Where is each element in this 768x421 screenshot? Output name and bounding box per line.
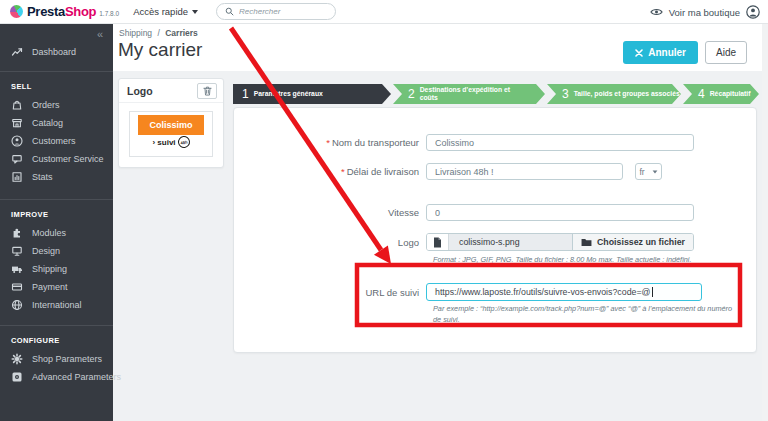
step-number: 4 bbox=[698, 87, 705, 101]
eye-icon bbox=[650, 7, 663, 17]
sidebar-item-stats[interactable]: Stats bbox=[0, 168, 113, 186]
monitor-icon bbox=[11, 245, 23, 257]
transit-time-label: *Délai de livraison bbox=[234, 166, 426, 177]
brand-shop: Shop bbox=[65, 4, 96, 19]
sidebar-item-customers[interactable]: Customers bbox=[0, 132, 113, 150]
puzzle-icon bbox=[11, 227, 23, 239]
sidebar-item-design[interactable]: Design bbox=[0, 242, 113, 260]
sidebar-item-modules[interactable]: Modules bbox=[0, 224, 113, 242]
breadcrumb-parent[interactable]: Shipping bbox=[119, 28, 152, 38]
cancel-button-label: Annuler bbox=[648, 47, 686, 58]
carrier-name-label: *Nom du transporteur bbox=[234, 137, 426, 148]
quick-access-dropdown[interactable]: Accès rapide bbox=[133, 6, 198, 17]
language-selector[interactable]: fr bbox=[635, 163, 662, 180]
sidebar-item-label: Customers bbox=[32, 136, 76, 146]
search-icon bbox=[225, 7, 234, 16]
main-content: Shipping / Carriers My carrier Annuler A… bbox=[113, 24, 768, 421]
content-header: Shipping / Carriers My carrier Annuler A… bbox=[113, 24, 768, 71]
step-label: Récapitulatif bbox=[710, 90, 751, 98]
sidebar-item-label: International bbox=[32, 300, 82, 310]
top-header: PrestaShop 1.7.8.0 Accès rapide Voir ma … bbox=[0, 0, 768, 24]
collapse-chevrons-icon: « bbox=[97, 28, 103, 40]
wizard-step-1[interactable]: 1 Paramètres généraux bbox=[233, 84, 391, 104]
credit-card-icon bbox=[11, 281, 23, 293]
delete-logo-button[interactable] bbox=[197, 83, 217, 99]
transit-time-input[interactable] bbox=[426, 163, 623, 180]
sidebar-item-orders[interactable]: Orders bbox=[0, 96, 113, 114]
breadcrumb-current: Carriers bbox=[165, 28, 198, 38]
sidebar-item-catalog[interactable]: Catalog bbox=[0, 114, 113, 132]
sidebar-item-payment[interactable]: Payment bbox=[0, 278, 113, 296]
gear-icon bbox=[11, 353, 23, 365]
folder-icon bbox=[581, 238, 592, 247]
gear-box-icon bbox=[11, 371, 23, 383]
stats-icon bbox=[11, 171, 23, 183]
cancel-button[interactable]: Annuler bbox=[623, 41, 698, 64]
divider bbox=[0, 71, 113, 72]
version-label: 1.7.8.0 bbox=[99, 10, 119, 17]
sidebar-section-sell: SELL bbox=[0, 79, 113, 96]
wizard-step-2[interactable]: 2 Destinations d'expédition et coûts bbox=[393, 84, 545, 104]
general-settings-panel: *Nom du transporteur *Délai de livraison… bbox=[233, 107, 757, 353]
sidebar-item-label: Payment bbox=[32, 282, 68, 292]
step-number: 2 bbox=[408, 87, 415, 101]
help-button[interactable]: Aide bbox=[705, 41, 747, 64]
step-label: Paramètres généraux bbox=[254, 90, 323, 98]
view-shop-link[interactable]: Voir ma boutique bbox=[669, 7, 740, 18]
logo-help-text: Format : JPG, GIF, PNG. Taille du fichie… bbox=[433, 255, 733, 266]
sidebar-item-advanced-parameters[interactable]: Advanced Parameters bbox=[0, 368, 113, 386]
step-label: Destinations d'expédition et coûts bbox=[420, 86, 520, 102]
sidebar-item-international[interactable]: International bbox=[0, 296, 113, 314]
sidebar-item-dashboard[interactable]: Dashboard bbox=[0, 42, 113, 62]
sidebar-section-improve: IMPROVE bbox=[0, 207, 113, 224]
sidebar-collapse-button[interactable]: « bbox=[0, 24, 113, 42]
divider bbox=[0, 199, 113, 200]
colissimo-logo-top: Colissimo bbox=[138, 115, 204, 135]
sidebar-item-label: Catalog bbox=[32, 118, 63, 128]
trash-icon bbox=[203, 86, 212, 96]
search-input[interactable] bbox=[239, 7, 324, 16]
step-label: Taille, poids et groupes associés bbox=[574, 90, 680, 98]
user-avatar-icon[interactable] bbox=[746, 5, 760, 19]
breadcrumb: Shipping / Carriers bbox=[119, 28, 198, 38]
choose-file-button[interactable]: Choisissez un fichier bbox=[572, 234, 693, 250]
wizard-step-3[interactable]: 3 Taille, poids et groupes associés bbox=[547, 84, 681, 104]
logo-filename: colissimo-s.png bbox=[449, 234, 572, 250]
sidebar-item-label: Orders bbox=[32, 100, 60, 110]
sidebar-item-label: Modules bbox=[32, 228, 66, 238]
language-selector-value: fr bbox=[639, 167, 644, 177]
close-icon bbox=[635, 49, 643, 57]
sidebar-item-label: Shop Parameters bbox=[32, 354, 102, 364]
wizard-step-4[interactable]: 4 Récapitulatif bbox=[683, 84, 759, 104]
sidebar-section-configure: CONFIGURE bbox=[0, 333, 113, 350]
logo-panel-title: Logo bbox=[127, 85, 153, 97]
carrier-name-input[interactable] bbox=[426, 134, 694, 151]
sidebar-item-customer-service[interactable]: Customer Service bbox=[0, 150, 113, 168]
breadcrumb-separator: / bbox=[157, 28, 159, 38]
speed-label: Vitesse bbox=[234, 207, 426, 218]
carrier-logo-image: Colissimo › suivi 48h bbox=[129, 111, 213, 157]
carrier-logo-panel: Logo Colissimo › suivi 48h bbox=[118, 78, 224, 168]
required-marker: * bbox=[341, 166, 345, 177]
wizard-steps: 1 Paramètres généraux 2 Destinations d'e… bbox=[233, 84, 761, 104]
sidebar-item-shipping[interactable]: Shipping bbox=[0, 260, 113, 278]
customers-icon bbox=[11, 135, 23, 147]
logo-file-widget: colissimo-s.png Choisissez un fichier bbox=[426, 233, 694, 251]
prestashop-logo[interactable]: PrestaShop 1.7.8.0 bbox=[10, 4, 119, 19]
dashboard-icon bbox=[11, 46, 23, 58]
tracking-url-input[interactable]: https://www.laposte.fr/outils/suivre-vos… bbox=[426, 283, 702, 301]
tracking-url-value: https://www.laposte.fr/outils/suivre-vos… bbox=[435, 287, 651, 297]
sidebar-item-label: Stats bbox=[32, 172, 53, 182]
sidebar-nav: « Dashboard SELL Orders Catalog bbox=[0, 24, 113, 421]
speed-input[interactable] bbox=[426, 204, 694, 221]
file-icon bbox=[427, 234, 449, 250]
divider bbox=[0, 325, 113, 326]
sidebar-item-label: Dashboard bbox=[32, 47, 76, 57]
sidebar-item-shop-parameters[interactable]: Shop Parameters bbox=[0, 350, 113, 368]
tracking-url-help-text: Par exemple : “http://example.com/track.… bbox=[433, 304, 738, 325]
sidebar-item-label: Customer Service bbox=[32, 154, 104, 164]
chevron-down-icon bbox=[652, 170, 657, 173]
global-search[interactable] bbox=[216, 3, 336, 20]
scrollbar[interactable] bbox=[762, 24, 768, 421]
sidebar-item-label: Design bbox=[32, 246, 60, 256]
